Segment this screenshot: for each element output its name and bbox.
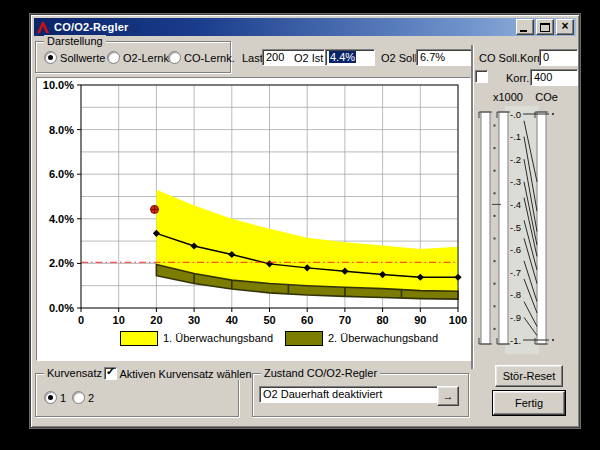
- zustand-label: Zustand CO/O2-Regler: [261, 367, 380, 379]
- window-title: CO/O2-Regler: [54, 21, 129, 33]
- svg-text:-.3: -.3: [510, 176, 521, 187]
- svg-text:0.0%: 0.0%: [49, 302, 74, 314]
- stoer-reset-button[interactable]: Stör-Reset: [495, 365, 563, 387]
- svg-text:-1.: -1.: [510, 335, 521, 346]
- kurvensatz-groupbox: Kurvensatz: Aktiven Kurvensatz wählen 1 …: [35, 373, 239, 417]
- chart-legend: 1. Überwachungsband 2. Überwachungsband: [37, 331, 470, 347]
- kurvensatz-radio-2-label: 2: [88, 392, 94, 404]
- svg-text:-.7: -.7: [510, 267, 521, 278]
- close-button[interactable]: [556, 19, 574, 35]
- svg-text:90: 90: [414, 314, 426, 326]
- legend-label-band1: 1. Überwachungsband: [163, 332, 273, 344]
- aktiven-kurvensatz-checkbox[interactable]: [104, 367, 117, 380]
- svg-text:-.6: -.6: [510, 244, 521, 255]
- o2-soll-label: O2 Soll: [381, 52, 417, 64]
- svg-text:8.0%: 8.0%: [49, 124, 74, 136]
- fertig-button[interactable]: Fertig: [493, 391, 565, 415]
- legend-swatch-band2: [285, 331, 323, 346]
- svg-text:30: 30: [188, 314, 200, 326]
- svg-text:-.9: -.9: [510, 312, 521, 323]
- co-soll-korr-label: CO Soll.Korr.: [479, 52, 543, 64]
- svg-text:-.8: -.8: [510, 289, 521, 300]
- svg-text:40: 40: [226, 314, 238, 326]
- aktiven-kurvensatz-checkbox-row[interactable]: Aktiven Kurvensatz wählen: [102, 367, 254, 380]
- radio-co-lernk-label: CO-Lernk.: [184, 52, 235, 64]
- arrow-right-icon: →: [443, 390, 454, 402]
- radio-o2-lernk[interactable]: O2-Lernk.: [107, 51, 172, 64]
- svg-text:10.0%: 10.0%: [43, 79, 74, 91]
- svg-text:0: 0: [78, 314, 84, 326]
- scale-header-x1000: x1000: [493, 91, 523, 103]
- svg-text:50: 50: [263, 314, 275, 326]
- kurvensatz-radio-1[interactable]: 1: [44, 391, 66, 404]
- svg-text:-.1: -.1: [510, 131, 521, 142]
- radio-icon[interactable]: [72, 391, 85, 404]
- scale-header: x1000 COe: [493, 91, 558, 103]
- o2-chart[interactable]: 01020304050607080901000.0%2.0%4.0%6.0%8.…: [37, 78, 470, 360]
- o2-ist-field[interactable]: 4.4%: [325, 49, 375, 66]
- svg-text:10: 10: [113, 314, 125, 326]
- zustand-field[interactable]: O2 Dauerhaft deaktiviert: [259, 386, 439, 403]
- legend-swatch-band1: [120, 331, 158, 346]
- o2-ist-value: 4.4%: [329, 51, 356, 63]
- kurvensatz-label: Kurvensatz:: [44, 367, 108, 379]
- svg-text:100: 100: [449, 314, 467, 326]
- svg-text:2.0%: 2.0%: [49, 257, 74, 269]
- kurvensatz-radio-2[interactable]: 2: [72, 391, 94, 404]
- korr-label: Korr.: [506, 72, 529, 84]
- radio-co-lernk[interactable]: CO-Lernk.: [168, 51, 235, 64]
- aktiven-kurvensatz-label: Aktiven Kurvensatz wählen: [119, 368, 251, 380]
- separator: [471, 45, 474, 369]
- legend-label-band2: 2. Überwachungsband: [328, 332, 438, 344]
- scale-header-coe: COe: [535, 91, 558, 103]
- svg-text:-.0: -.0: [510, 109, 521, 120]
- svg-text:-.2: -.2: [510, 154, 521, 165]
- svg-text:6.0%: 6.0%: [49, 168, 74, 180]
- radio-o2-lernk-label: O2-Lernk.: [123, 52, 172, 64]
- maximize-button[interactable]: [536, 19, 554, 35]
- minimize-button[interactable]: [516, 19, 534, 35]
- darstellung-groupbox: Darstellung Sollwerte O2-Lernk. CO-Lernk…: [35, 41, 231, 73]
- radio-icon[interactable]: [44, 391, 57, 404]
- co-correction-scale[interactable]: -.0-.1-.2-.3-.4-.5-.6-.7-.8-.9-1.: [477, 104, 571, 356]
- radio-icon[interactable]: [44, 51, 57, 64]
- o2-ist-label: O2 Ist: [294, 52, 323, 64]
- radio-sollwerte-label: Sollwerte: [60, 52, 105, 64]
- co-soll-korr-field[interactable]: 0: [539, 49, 578, 66]
- zustand-groupbox: Zustand CO/O2-Regler O2 Dauerhaft deakti…: [252, 373, 469, 417]
- dialog-window: CO/O2-Regler Darstellung Sollwerte O2-Le…: [30, 14, 580, 428]
- korr-checkbox[interactable]: [475, 70, 488, 83]
- zustand-arrow-button[interactable]: →: [437, 386, 459, 406]
- radio-icon[interactable]: [107, 51, 120, 64]
- last-label: Last: [242, 52, 263, 64]
- svg-text:4.0%: 4.0%: [49, 213, 74, 225]
- app-icon: [36, 21, 50, 34]
- svg-text:-.5: -.5: [510, 222, 521, 233]
- o2-soll-field[interactable]: 6.7%: [416, 49, 474, 66]
- svg-text:-.4: -.4: [510, 199, 521, 210]
- radio-icon[interactable]: [168, 51, 181, 64]
- chart-panel: 01020304050607080901000.0%2.0%4.0%6.0%8.…: [36, 77, 471, 361]
- titlebar: CO/O2-Regler: [34, 18, 576, 36]
- svg-text:60: 60: [301, 314, 313, 326]
- radio-sollwerte[interactable]: Sollwerte: [44, 51, 105, 64]
- kurvensatz-radio-1-label: 1: [60, 392, 66, 404]
- korr-field[interactable]: 400: [530, 69, 578, 86]
- svg-text:80: 80: [376, 314, 388, 326]
- svg-text:70: 70: [339, 314, 351, 326]
- darstellung-label: Darstellung: [44, 35, 106, 47]
- svg-text:20: 20: [150, 314, 162, 326]
